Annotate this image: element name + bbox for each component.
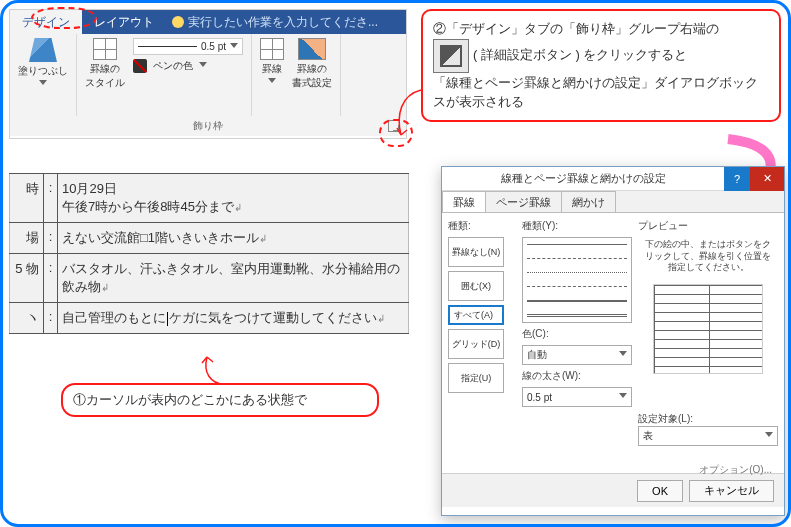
preset-box[interactable]: 囲む(X) <box>448 271 504 301</box>
color-label: 色(C): <box>522 327 632 341</box>
options-link[interactable]: オプション(O)... <box>699 463 772 477</box>
tell-me-text: 実行したい作業を入力してくださ... <box>188 14 378 31</box>
border-style-icon <box>93 38 117 60</box>
dialog-tabs: 罫線 ページ罫線 網かけ <box>442 191 784 213</box>
chevron-down-icon <box>619 351 627 359</box>
colon: : <box>49 309 53 324</box>
ribbon-tabs: デザイン レイアウト 実行したい作業を入力してくださ... <box>10 10 406 34</box>
preview-label: プレビュー <box>638 219 778 233</box>
border-style-label: 罫線の スタイル <box>85 62 125 90</box>
return-mark: ↲ <box>259 233 267 244</box>
line-style-list[interactable] <box>522 237 632 323</box>
callout-1: ①カーソルが表内のどこかにある状態で <box>61 383 379 417</box>
width-label: 線の太さ(W): <box>522 369 632 383</box>
callout-2: ②「デザイン」タブの「飾り枠」グループ右端の ( 詳細設定ボタン ) をクリック… <box>421 9 781 122</box>
cell-text: えない交流館□1階いきいきホール <box>62 230 259 245</box>
borders-shading-dialog: 線種とページ罫線と網かけの設定 ? ✕ 罫線 ページ罫線 網かけ 種類: 罫線な… <box>441 166 785 516</box>
callout-text: 「線種とページ罫線と網かけの設定」ダイアログボックスが表示される <box>433 73 769 112</box>
colon: : <box>49 180 53 195</box>
chevron-down-icon <box>199 62 207 70</box>
callout-text: ②「デザイン」タブの「飾り枠」グループ右端の <box>433 19 769 39</box>
callout-text: ( 詳細設定ボタン ) をクリックすると <box>473 47 688 62</box>
width-select[interactable]: 0.5 pt <box>522 387 632 407</box>
preset-grid[interactable]: グリッド(D) <box>448 329 504 359</box>
fill-button[interactable]: 塗りつぶし <box>18 38 68 88</box>
document-table: 時:10月29日 午後7時から午後8時45分まで↲ 場:えない交流館□1階いきい… <box>9 173 409 334</box>
colon: : <box>49 229 53 244</box>
close-button[interactable]: ✕ <box>750 167 784 191</box>
preview-note: 下の絵の中、またはボタンをクリックして、罫線を引く位置を指定してください。 <box>642 239 774 274</box>
width-value: 0.5 pt <box>527 392 552 403</box>
chevron-down-icon <box>619 393 627 401</box>
callout-text: ①カーソルが表内のどこかにある状態で <box>73 392 307 407</box>
border-style-button[interactable]: 罫線の スタイル <box>85 38 125 90</box>
cell-text: ケガに気をつけて運動してください <box>169 310 377 325</box>
text-cursor <box>167 312 168 326</box>
group-name: 飾り枠 <box>193 119 223 133</box>
colon: : <box>49 260 53 275</box>
pen-color-button[interactable]: ペンの色 <box>133 59 243 73</box>
help-button[interactable]: ? <box>724 167 750 191</box>
apply-to-label: 設定対象(L): <box>638 412 778 426</box>
border-format-button[interactable]: 罫線の 書式設定 <box>292 38 332 90</box>
bulb-icon <box>172 16 184 28</box>
style-label: 種類(Y): <box>522 219 632 233</box>
ribbon: デザイン レイアウト 実行したい作業を入力してくださ... 塗りつぶし 罫線の … <box>9 9 407 139</box>
tab-layout[interactable]: レイアウト <box>82 10 166 34</box>
table-row[interactable]: 5 物:バスタオル、汗ふきタオル、室内用運動靴、水分補給用の飲み物↲ <box>10 254 409 303</box>
bucket-icon <box>29 38 57 62</box>
preview-box <box>653 284 763 374</box>
pen-icon <box>133 59 147 73</box>
launcher-large-icon <box>433 39 469 73</box>
dtab-borders[interactable]: 罫線 <box>442 191 486 212</box>
table-row[interactable]: 場:えない交流館□1階いきいきホール↲ <box>10 223 409 254</box>
dtab-shading[interactable]: 網かけ <box>561 191 616 212</box>
brush-icon <box>298 38 326 60</box>
apply-to-select[interactable]: 表 <box>638 426 778 446</box>
return-mark: ↲ <box>101 282 109 293</box>
row-head: 5 物 <box>10 254 44 303</box>
chevron-down-icon <box>230 43 238 51</box>
border-format-label: 罫線の 書式設定 <box>292 62 332 90</box>
chevron-down-icon <box>268 78 276 86</box>
chevron-down-icon <box>39 80 47 88</box>
cancel-button[interactable]: キャンセル <box>689 480 774 502</box>
preset-all[interactable]: すべて(A) <box>448 305 504 325</box>
tab-design[interactable]: デザイン <box>10 10 82 34</box>
return-mark: ↲ <box>377 313 385 324</box>
return-mark: ↲ <box>234 202 242 213</box>
color-value: 自動 <box>527 348 547 362</box>
color-select[interactable]: 自動 <box>522 345 632 365</box>
borders-label: 罫線 <box>262 62 282 76</box>
table-row[interactable]: ヽ:自己管理のもとにケガに気をつけて運動してください↲ <box>10 303 409 334</box>
pen-weight-select[interactable]: 0.5 pt <box>133 38 243 55</box>
preset-none[interactable]: 罫線なし(N) <box>448 237 504 267</box>
ok-button[interactable]: OK <box>637 480 683 502</box>
dialog-title: 線種とページ罫線と網かけの設定 <box>442 171 724 186</box>
cell-text: 自己管理のもとに <box>62 310 166 325</box>
table-row[interactable]: 時:10月29日 午後7時から午後8時45分まで↲ <box>10 174 409 223</box>
cell-text: 10月29日 午後7時から午後8時45分まで <box>62 181 234 214</box>
chevron-down-icon <box>765 432 773 440</box>
row-head: ヽ <box>10 303 44 334</box>
dialog-titlebar: 線種とページ罫線と網かけの設定 ? ✕ <box>442 167 784 191</box>
cell-text: バスタオル、汗ふきタオル、室内用運動靴、水分補給用の飲み物 <box>62 261 400 294</box>
group-label: 飾り枠 <box>10 116 406 136</box>
pink-arrow <box>723 139 783 169</box>
pen-weight-value: 0.5 pt <box>201 41 226 52</box>
row-head: 場 <box>10 223 44 254</box>
pen-color-label: ペンの色 <box>153 59 193 73</box>
borders-icon <box>260 38 284 60</box>
preset-custom[interactable]: 指定(U) <box>448 363 504 393</box>
fill-label: 塗りつぶし <box>18 64 68 78</box>
dtab-page-border[interactable]: ページ罫線 <box>485 191 562 212</box>
dialog-launcher-icon[interactable] <box>388 120 400 132</box>
section-label: 種類: <box>448 219 516 233</box>
borders-button[interactable]: 罫線 <box>260 38 284 86</box>
apply-to-value: 表 <box>643 429 653 443</box>
row-head: 時 <box>10 174 44 223</box>
tell-me[interactable]: 実行したい作業を入力してくださ... <box>166 10 406 34</box>
